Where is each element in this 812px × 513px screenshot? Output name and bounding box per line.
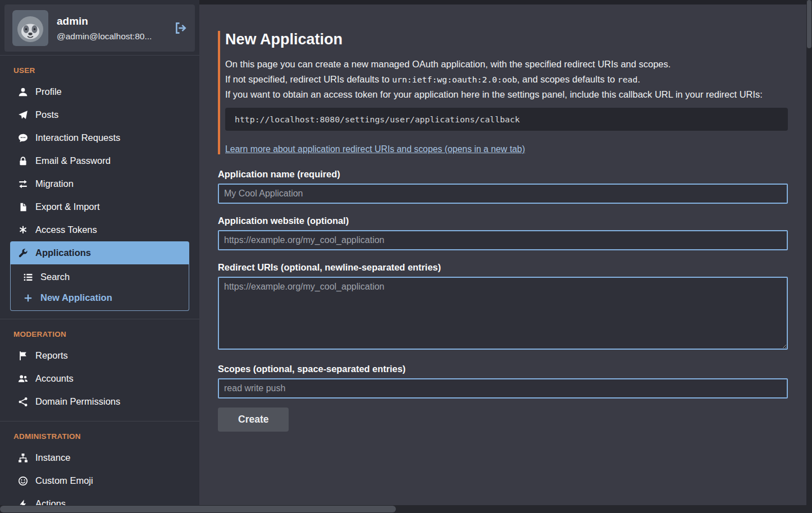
sidebar-item-reports[interactable]: Reports (10, 344, 189, 367)
application-website-label: Application website (optional) (218, 216, 788, 226)
intro-line-2-pre: If not specified, redirect URIs defaults… (225, 74, 392, 84)
redirect-uris-label: Redirect URIs (optional, newline-separat… (218, 262, 788, 273)
sloth-avatar-image (12, 10, 48, 46)
application-name-group: Application name (required) (218, 169, 788, 204)
application-website-group: Application website (optional) (218, 216, 788, 250)
sidebar-item-label: Accounts (35, 373, 74, 384)
share-nodes-icon (18, 397, 28, 407)
user-card: admin @admin@localhost:80... (4, 4, 195, 52)
vertical-scrollbar-track[interactable] (806, 0, 812, 513)
sitemap-icon (18, 453, 28, 463)
user-name: admin (57, 15, 165, 28)
sidebar-section-administration: ADMINISTRATION Instance Custom Emoji Act… (0, 421, 199, 513)
sidebar-item-posts[interactable]: Posts (10, 103, 189, 126)
learn-more-link[interactable]: Learn more about application redirect UR… (225, 144, 525, 154)
list-icon (23, 272, 33, 282)
sidebar-item-applications[interactable]: Applications (10, 241, 189, 264)
sidebar-item-profile[interactable]: Profile (10, 80, 189, 103)
horizontal-scrollbar-track[interactable] (0, 505, 812, 513)
sidebar-section-user: USER Profile Posts Interaction Requests … (0, 55, 199, 319)
sidebar-item-label: Posts (35, 109, 58, 120)
sidebar-item-label: Access Tokens (35, 225, 97, 235)
sidebar-item-label: Instance (35, 452, 70, 463)
file-icon (18, 202, 28, 212)
application-name-label: Application name (required) (218, 169, 788, 180)
sidebar-item-domain-permissions[interactable]: Domain Permissions (10, 390, 189, 413)
sidebar: admin @admin@localhost:80... USER Profil… (0, 0, 199, 513)
section-label-user: USER (10, 58, 189, 80)
redirect-uris-group: Redirect URIs (optional, newline-separat… (218, 262, 788, 352)
avatar[interactable] (12, 10, 48, 46)
callback-url-code-block: http://localhost:8080/settings/user/appl… (225, 108, 788, 131)
scopes-group: Scopes (optional, space-separated entrie… (218, 364, 788, 399)
redirect-uris-textarea[interactable] (218, 277, 788, 350)
users-icon (18, 374, 28, 384)
submenu-item-new-application[interactable]: New Application (11, 287, 189, 308)
sidebar-item-label: Custom Emoji (35, 475, 93, 486)
flag-icon (18, 351, 28, 361)
applications-group: Applications Search New Application (10, 241, 189, 311)
main-content: New Application On this page you can cre… (199, 4, 806, 505)
transfer-arrows-icon (18, 179, 28, 189)
sidebar-item-label: Export & Import (35, 201, 100, 212)
sidebar-item-label: Interaction Requests (35, 132, 120, 143)
paper-plane-icon (18, 110, 28, 120)
submenu-item-label: Search (40, 272, 70, 282)
submenu-item-label: New Application (40, 292, 112, 303)
application-website-input[interactable] (218, 230, 788, 250)
intro-line-2-mid: , and scopes defaults to (517, 74, 618, 84)
horizontal-scrollbar-thumb[interactable] (0, 506, 396, 512)
intro-line-2-post: . (637, 74, 640, 84)
new-application-form: Application name (required) Application … (218, 169, 788, 432)
user-info: admin @admin@localhost:80... (57, 15, 165, 42)
lock-icon (18, 156, 28, 166)
sidebar-item-accounts[interactable]: Accounts (10, 367, 189, 390)
sidebar-item-label: Email & Password (35, 155, 111, 166)
logout-button[interactable] (174, 21, 187, 35)
submenu-item-search[interactable]: Search (11, 267, 189, 287)
user-icon (18, 87, 28, 97)
inline-code-oob: urn:ietf:wg:oauth:2.0:oob (392, 75, 517, 84)
sidebar-item-label: Domain Permissions (35, 396, 120, 407)
sidebar-item-instance[interactable]: Instance (10, 446, 189, 469)
sidebar-item-interaction-requests[interactable]: Interaction Requests (10, 126, 189, 149)
section-label-moderation: MODERATION (10, 322, 189, 344)
sidebar-item-export-import[interactable]: Export & Import (10, 195, 189, 218)
sidebar-item-label: Migration (35, 178, 74, 189)
sidebar-item-migration[interactable]: Migration (10, 172, 189, 195)
inline-code-read: read (618, 75, 638, 84)
wrench-icon (18, 248, 28, 258)
section-label-administration: ADMINISTRATION (10, 424, 189, 446)
intro-line-3: If you want to obtain an access token fo… (225, 88, 788, 102)
vertical-scrollbar-thumb[interactable] (807, 0, 811, 48)
application-name-input[interactable] (218, 184, 788, 204)
logout-icon (174, 21, 187, 35)
applications-submenu: Search New Application (10, 264, 189, 311)
intro-line-1: On this page you can create a new manage… (225, 57, 788, 71)
intro-block: New Application On this page you can cre… (218, 31, 788, 154)
create-button[interactable]: Create (218, 407, 289, 432)
user-handle: @admin@localhost:80... (57, 31, 165, 42)
asterisk-icon (18, 225, 28, 235)
page-title: New Application (225, 31, 788, 48)
sidebar-section-moderation: MODERATION Reports Accounts Domain Permi… (0, 319, 199, 421)
sidebar-item-email-password[interactable]: Email & Password (10, 149, 189, 172)
scopes-label: Scopes (optional, space-separated entrie… (218, 364, 788, 374)
smiley-icon (18, 476, 28, 486)
scopes-input[interactable] (218, 378, 788, 399)
plus-icon (23, 293, 33, 303)
sidebar-item-label: Profile (35, 86, 62, 97)
sidebar-item-access-tokens[interactable]: Access Tokens (10, 218, 189, 241)
sidebar-nav: USER Profile Posts Interaction Requests … (0, 55, 199, 513)
sidebar-item-label: Applications (35, 248, 91, 258)
comment-icon (18, 133, 28, 143)
intro-line-2: If not specified, redirect URIs defaults… (225, 72, 788, 86)
sidebar-item-label: Reports (35, 350, 68, 361)
sidebar-item-custom-emoji[interactable]: Custom Emoji (10, 469, 189, 492)
